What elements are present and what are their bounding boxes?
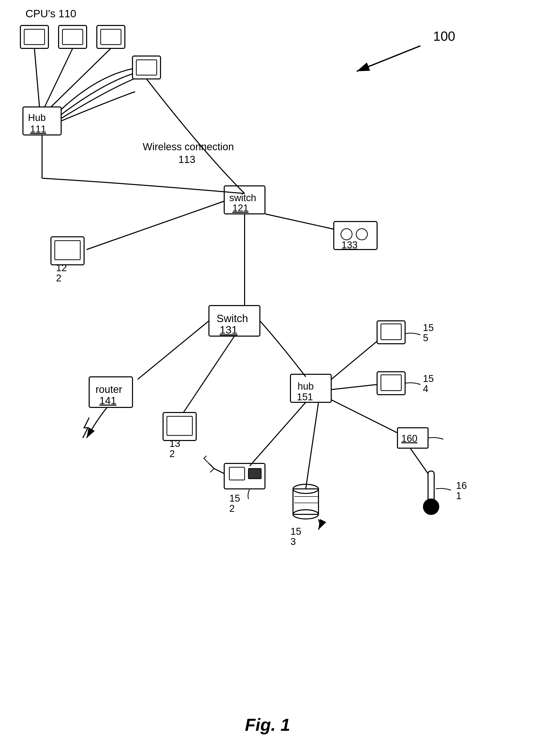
svg-text:151: 151 xyxy=(297,392,313,402)
svg-line-25 xyxy=(138,321,209,379)
svg-rect-51 xyxy=(248,469,261,479)
svg-line-49 xyxy=(250,402,306,466)
svg-text:router: router xyxy=(95,384,122,395)
ref-100-label: 100 xyxy=(433,29,455,44)
svg-rect-2 xyxy=(24,29,45,45)
network-diagram: 100 CPU's 110 Hub 111 xyxy=(0,0,559,756)
svg-text:131: 131 xyxy=(220,324,238,336)
svg-rect-29 xyxy=(167,416,192,435)
svg-text:3: 3 xyxy=(290,536,296,547)
svg-line-10 xyxy=(51,48,111,107)
svg-point-20 xyxy=(356,229,367,240)
svg-line-28 xyxy=(183,336,234,412)
svg-line-14 xyxy=(87,201,224,250)
wireless-sublabel: 113 xyxy=(178,154,196,165)
svg-rect-39 xyxy=(381,375,401,391)
svg-line-8 xyxy=(35,48,40,107)
svg-text:Hub: Hub xyxy=(28,112,46,123)
svg-text:2: 2 xyxy=(170,448,175,459)
svg-text:12: 12 xyxy=(56,262,67,273)
svg-rect-45 xyxy=(428,471,434,502)
svg-text:160: 160 xyxy=(401,433,417,444)
svg-line-18 xyxy=(265,214,334,229)
svg-text:15: 15 xyxy=(423,373,434,384)
svg-text:1: 1 xyxy=(456,491,462,501)
svg-text:13: 13 xyxy=(170,438,180,449)
svg-rect-3 xyxy=(62,29,83,45)
svg-line-54 xyxy=(306,402,318,489)
svg-text:2: 2 xyxy=(56,273,61,283)
svg-text:5: 5 xyxy=(423,333,428,343)
svg-line-38 xyxy=(331,384,377,389)
svg-point-19 xyxy=(341,229,352,240)
svg-rect-35 xyxy=(381,324,401,340)
svg-rect-50 xyxy=(229,467,245,480)
svg-text:15: 15 xyxy=(423,322,434,333)
svg-line-42 xyxy=(331,400,398,433)
svg-line-34 xyxy=(331,341,377,379)
svg-text:16: 16 xyxy=(456,480,467,491)
svg-text:15: 15 xyxy=(229,493,240,504)
svg-text:141: 141 xyxy=(99,395,116,406)
svg-text:121: 121 xyxy=(232,203,248,213)
svg-text:4: 4 xyxy=(423,383,428,394)
svg-text:2: 2 xyxy=(229,503,234,514)
svg-text:15: 15 xyxy=(290,526,301,537)
cpus-label: CPU's 110 xyxy=(25,8,76,20)
svg-point-46 xyxy=(423,499,439,514)
svg-rect-5 xyxy=(136,60,157,75)
svg-text:switch: switch xyxy=(229,192,256,203)
svg-text:133: 133 xyxy=(341,240,357,250)
svg-line-9 xyxy=(45,48,73,107)
svg-rect-4 xyxy=(100,29,121,45)
svg-text:Switch: Switch xyxy=(217,312,248,324)
svg-line-44 xyxy=(410,448,428,474)
svg-rect-15 xyxy=(55,241,80,260)
figure-label: Fig. 1 xyxy=(245,715,290,734)
svg-rect-56 xyxy=(293,489,318,514)
svg-text:111: 111 xyxy=(30,124,46,135)
svg-text:hub: hub xyxy=(297,381,314,392)
wireless-label: Wireless connection xyxy=(143,141,234,152)
